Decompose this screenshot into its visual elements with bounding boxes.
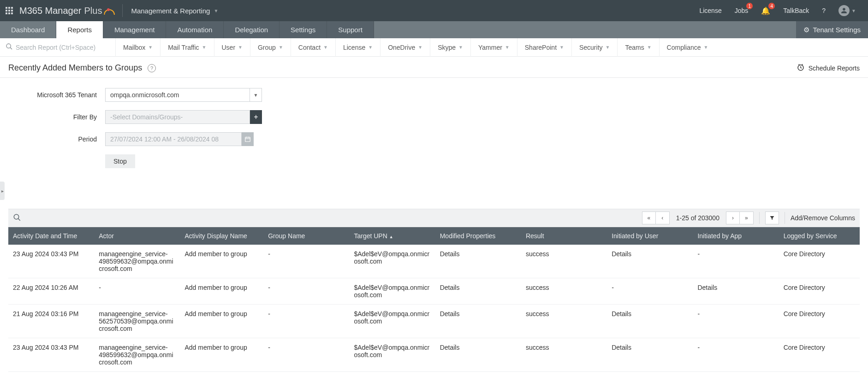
tab-reports[interactable]: Reports	[56, 21, 103, 38]
search-icon	[6, 43, 13, 52]
cell-activity-display-name: Add member to group	[180, 245, 263, 278]
talkback-link[interactable]: TalkBack	[777, 0, 815, 21]
cell-initiated-by-user[interactable]: Details	[607, 245, 693, 278]
col-initiated-by-user[interactable]: Initiated by User	[607, 227, 693, 245]
pager-prev[interactable]: ‹	[656, 212, 670, 224]
cat-label: Teams	[625, 44, 644, 51]
divider	[759, 212, 760, 224]
cat-onedrive[interactable]: OneDrive▼	[380, 38, 430, 57]
cell-actor: manageengine_service-562570539@ompqa.onm…	[94, 305, 180, 338]
cell-modified-properties[interactable]: Details	[435, 338, 521, 372]
pager-first[interactable]: «	[642, 212, 656, 224]
tab-dashboard[interactable]: Dashboard	[0, 21, 56, 38]
schedule-reports-button[interactable]: Schedule Reports	[797, 63, 860, 73]
license-link[interactable]: License	[693, 0, 728, 21]
add-filter-button[interactable]: +	[250, 110, 262, 124]
tenant-settings-button[interactable]: ⚙ Tenant Settings	[796, 21, 868, 38]
col-result[interactable]: Result	[521, 227, 607, 245]
pager-last[interactable]: »	[740, 212, 754, 224]
cat-yammer[interactable]: Yammer▼	[470, 38, 517, 57]
user-menu[interactable]: ▼	[832, 0, 862, 21]
cat-security[interactable]: Security▼	[571, 38, 617, 57]
tab-delegation[interactable]: Delegation	[224, 21, 279, 38]
chevron-down-icon: ▼	[851, 8, 856, 13]
tab-settings[interactable]: Settings	[279, 21, 327, 38]
jobs-link[interactable]: Jobs 1	[728, 0, 755, 21]
module-dropdown[interactable]: Management & Reporting ▼	[131, 7, 218, 15]
chevron-down-icon: ▼	[368, 45, 373, 50]
col-initiated-by-app[interactable]: Initiated by App	[693, 227, 779, 245]
search-wrap	[6, 43, 112, 52]
tenant-select[interactable]: ompqa.onmicrosoft.com	[105, 88, 250, 102]
cell-modified-properties[interactable]: Details	[435, 278, 521, 305]
stop-button[interactable]: Stop	[105, 154, 135, 168]
cell-logged-by-service: Core Directory	[779, 305, 860, 338]
results-table: Activity Date and Time Actor Activity Di…	[8, 227, 860, 372]
help-button[interactable]: ?	[815, 0, 832, 21]
cat-group[interactable]: Group▼	[250, 38, 291, 57]
calendar-button[interactable]	[242, 132, 254, 146]
tab-automation[interactable]: Automation	[166, 21, 224, 38]
svg-rect-3	[245, 137, 250, 141]
add-remove-columns-button[interactable]: Add/Remove Columns	[791, 214, 855, 222]
cell-group-name: -	[263, 305, 349, 338]
col-actor[interactable]: Actor	[94, 227, 180, 245]
avatar-icon	[838, 5, 850, 16]
help-icon[interactable]: ?	[148, 64, 156, 72]
pager-next[interactable]: ›	[726, 212, 740, 224]
cell-initiated-by-app: -	[693, 245, 779, 278]
cell-target-upn: $Adel$eV@ompqa.onmicrosoft.com	[349, 338, 435, 372]
pager: « ‹ 1-25 of 203000 › » Add/Remove Column…	[642, 212, 855, 224]
expand-sidebar-handle[interactable]: ▸	[0, 182, 5, 200]
col-modified-properties[interactable]: Modified Properties	[435, 227, 521, 245]
cell-activity-display-name: Add member to group	[180, 305, 263, 338]
divider	[122, 4, 123, 17]
cell-initiated-by-user[interactable]: Details	[607, 305, 693, 338]
tab-support[interactable]: Support	[327, 21, 374, 38]
cat-sharepoint[interactable]: SharePoint▼	[517, 38, 571, 57]
cell-activity-date: 22 Aug 2024 10:26 AM	[8, 278, 94, 305]
cell-initiated-by-app[interactable]: Details	[693, 278, 779, 305]
col-activity-display-name[interactable]: Activity Display Name	[180, 227, 263, 245]
alerts-button[interactable]: 🔔 4	[755, 0, 777, 21]
jobs-badge: 1	[746, 3, 753, 9]
period-input[interactable]: 27/07/2024 12:00 AM - 26/08/2024 08	[105, 132, 242, 146]
search-input[interactable]	[16, 44, 108, 51]
cat-mail-traffic[interactable]: Mail Traffic▼	[160, 38, 214, 57]
cat-teams[interactable]: Teams▼	[617, 38, 659, 57]
table-search-button[interactable]	[13, 213, 21, 223]
cat-label: Mail Traffic	[168, 44, 199, 51]
cell-activity-date: 23 Aug 2024 03:43 PM	[8, 245, 94, 278]
cat-mailbox[interactable]: Mailbox▼	[115, 38, 160, 57]
cat-license[interactable]: License▼	[335, 38, 380, 57]
filterby-label: Filter By	[8, 113, 105, 121]
cat-contact[interactable]: Contact▼	[291, 38, 335, 57]
col-logged-by-service[interactable]: Logged by Service	[779, 227, 860, 245]
cell-actor: -	[94, 278, 180, 305]
cell-modified-properties[interactable]: Details	[435, 245, 521, 278]
cell-modified-properties[interactable]: Details	[435, 305, 521, 338]
table-row: 23 Aug 2024 03:43 PMmanageengine_service…	[8, 338, 860, 372]
tenant-select-caret[interactable]: ▼	[250, 88, 262, 102]
chevron-down-icon: ▼	[418, 45, 422, 50]
filterby-select[interactable]: -Select Domains/Groups-	[105, 110, 250, 124]
cell-initiated-by-user[interactable]: Details	[607, 338, 693, 372]
col-activity-date[interactable]: Activity Date and Time	[8, 227, 94, 245]
col-group-name[interactable]: Group Name	[263, 227, 349, 245]
tenant-label: Microsoft 365 Tenant	[8, 91, 105, 99]
col-target-upn[interactable]: Target UPN▲	[349, 227, 435, 245]
cell-logged-by-service: Core Directory	[779, 245, 860, 278]
jobs-label: Jobs	[735, 7, 749, 14]
cat-label: Skype	[438, 44, 456, 51]
cell-initiated-by-user: -	[607, 278, 693, 305]
filter-button[interactable]	[765, 212, 779, 224]
chevron-down-icon: ▼	[323, 45, 328, 50]
cat-skype[interactable]: Skype▼	[430, 38, 470, 57]
apps-grid-icon[interactable]	[6, 7, 13, 14]
chevron-down-icon: ▼	[505, 45, 510, 50]
cat-compliance[interactable]: Compliance▼	[659, 38, 716, 57]
cat-label: Group	[258, 44, 276, 51]
tab-management[interactable]: Management	[103, 21, 166, 38]
category-list: Mailbox▼ Mail Traffic▼ User▼ Group▼ Cont…	[115, 38, 715, 57]
cat-user[interactable]: User▼	[214, 38, 250, 57]
